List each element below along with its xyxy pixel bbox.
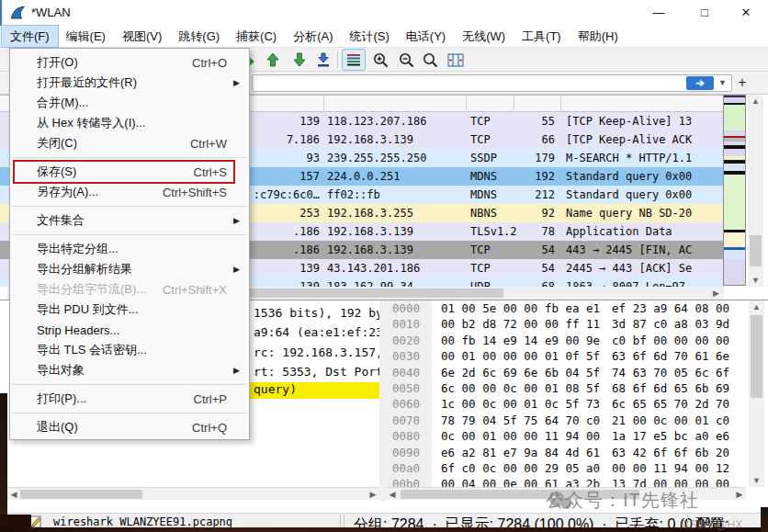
toolbar-separator	[337, 51, 338, 68]
details-hscrollbar[interactable]: ◀ ▶	[7, 487, 379, 500]
menu-item[interactable]	[10, 202, 249, 210]
hex-row[interactable]: 0080 0c 00 01 00 00 11 94 00 1a 17 e5 bc…	[386, 428, 749, 444]
window-title: *WLAN	[31, 6, 71, 19]
hex-row[interactable]: 0070 78 79 04 5f 75 64 70 c0 21 00 0c 00…	[386, 413, 749, 428]
hex-row[interactable]: 0000 01 00 5e 00 00 fb ea e1 ef 23 a9 64…	[386, 300, 749, 316]
hex-row[interactable]: 0040 6e 2d 6c 69 6e 6b 04 5f 74 63 70 05…	[386, 365, 749, 380]
scroll-right-icon[interactable]: ▶	[708, 287, 724, 300]
hex-row[interactable]: 0050 6c 00 00 0c 00 01 08 5f 68 6f 6d 65…	[386, 380, 749, 396]
hex-dump-pane: 0000 01 00 5e 00 00 fb ea e1 ef 23 a9 64…	[386, 300, 749, 487]
detail-line[interactable]: a9:64 (ea:e1:ef:23	[254, 325, 379, 339]
go-to-bottom-icon[interactable]	[312, 50, 334, 70]
scroll-left-icon[interactable]: ◀	[7, 488, 20, 501]
scroll-up-icon[interactable]: ▲	[749, 300, 764, 313]
column-divider[interactable]	[560, 95, 561, 112]
packet-list-vscrollbar[interactable]: ▲ ▼	[748, 95, 763, 287]
column-divider[interactable]	[514, 95, 514, 112]
menubar-item[interactable]: 文件(F)	[2, 26, 58, 47]
file-menu-dropdown: 打开(O) Ctrl+O 打开最近的文件(R) ▶ 合并(M)... 从 Hex…	[9, 48, 250, 440]
scroll-right-icon[interactable]: ▶	[367, 488, 379, 501]
menu-item[interactable]	[10, 380, 249, 389]
menubar-item[interactable]: 统计(S)	[341, 26, 397, 47]
menubar-item[interactable]: 视图(V)	[114, 26, 170, 47]
menu-item[interactable]: 打印(P)... Ctrl+P	[10, 389, 249, 409]
zoom-in-icon[interactable]	[369, 50, 391, 70]
hex-row[interactable]: 00b0 00 04 00 0e 00 61 a3 2b 13 7d 00 00…	[386, 476, 749, 487]
menu-item[interactable]: 导出特定分组...	[10, 239, 249, 259]
previous-packet-icon[interactable]	[262, 50, 284, 70]
desktop-background	[0, 393, 7, 518]
scroll-down-icon[interactable]: ▼	[748, 274, 763, 287]
detail-line[interactable]: rt: 5353, Dst Port	[254, 365, 379, 379]
colorize-packets-icon[interactable]	[343, 50, 365, 70]
menu-item[interactable]: 保存(S) Ctrl+S	[10, 162, 249, 182]
close-button[interactable]: ✕	[726, 0, 766, 26]
hex-row[interactable]: 0010 00 b2 d8 72 00 00 ff 11 3d 87 c0 a8…	[386, 316, 749, 332]
menubar-item[interactable]: 电话(Y)	[398, 26, 454, 47]
menu-item[interactable]	[10, 231, 249, 239]
wireshark-window: *WLAN — □ ✕ 文件(F)编辑(E)视图(V)跳转(G)捕获(C)分析(…	[0, 0, 768, 532]
menu-item[interactable]: Strip Headers...	[10, 320, 249, 340]
packet-list-minimap[interactable]	[723, 95, 746, 286]
scroll-down-icon[interactable]: ▼	[749, 474, 764, 487]
statusbar-divider	[340, 515, 341, 528]
capture-filename: wireshark_WLANZYEE91.pcapng	[53, 515, 232, 528]
menubar-item[interactable]: 分析(A)	[285, 26, 341, 47]
statusbar-divider	[344, 515, 344, 528]
minimize-button[interactable]: —	[638, 0, 679, 26]
watermark-wechat: 公众号：IT先锋社	[546, 488, 699, 513]
hex-row[interactable]: 00a0 6f c0 0c 00 00 29 05 a0 00 00 11 94…	[386, 460, 749, 476]
scroll-up-icon[interactable]: ▲	[748, 95, 763, 108]
zoom-original-icon[interactable]	[419, 50, 441, 70]
menu-item[interactable]: 导出分组解析结果 ▶	[10, 259, 249, 279]
maximize-button[interactable]: □	[684, 0, 725, 26]
resize-columns-icon[interactable]	[445, 50, 467, 70]
detail-line[interactable]: rc: 192.168.3.157,	[254, 345, 379, 359]
menu-item[interactable]: 关闭(C) Ctrl+W	[10, 133, 249, 153]
detail-line[interactable]: 1536 bits), 192 by	[254, 306, 379, 320]
next-packet-icon[interactable]	[288, 50, 311, 70]
menubar-item[interactable]: 帮助(H)	[570, 26, 627, 47]
zoom-out-icon[interactable]	[395, 50, 417, 70]
desktop-background	[0, 527, 768, 532]
menu-item[interactable]: 从 Hex 转储导入(I)...	[10, 113, 249, 133]
hex-row[interactable]: 0030 00 01 00 00 00 01 0f 5f 63 6f 6d 70…	[386, 348, 749, 364]
menu-item[interactable]: 导出分组字节流(B)... Ctrl+Shift+X	[10, 279, 249, 300]
add-filter-button[interactable]: +	[734, 74, 751, 92]
menubar-item[interactable]: 跳转(G)	[170, 26, 228, 47]
wireshark-logo-icon	[10, 6, 26, 21]
scroll-left-icon[interactable]: ◀	[386, 488, 399, 501]
menubar-item[interactable]: 捕获(C)	[228, 26, 285, 47]
menu-item[interactable]: 另存为(A)... Ctrl+Shift+S	[10, 182, 249, 202]
menu-item[interactable]: 打开最近的文件(R) ▶	[10, 73, 249, 93]
column-divider[interactable]	[466, 95, 467, 112]
apply-filter-button[interactable]: ➔	[686, 76, 714, 90]
menu-item[interactable]: 打开(O) Ctrl+O	[10, 52, 249, 73]
pane-splitter[interactable]	[379, 300, 386, 501]
filter-dropdown-caret-icon[interactable]: ▼	[716, 76, 729, 90]
hex-row[interactable]: 0090 e6 a2 81 e7 9a 84 4d 61 63 42 6f 6f…	[386, 445, 749, 460]
desktop-background	[761, 507, 768, 532]
scrollbar-thumb[interactable]	[750, 235, 762, 266]
menu-item[interactable]: 文件集合 ▶	[10, 210, 249, 231]
scroll-right-icon[interactable]: ▶	[733, 488, 746, 501]
menu-item[interactable]	[10, 409, 249, 417]
column-divider[interactable]	[323, 95, 324, 112]
menu-item[interactable]: 合并(M)...	[10, 93, 249, 113]
menubar-item[interactable]: 编辑(E)	[58, 26, 114, 47]
hex-vscrollbar[interactable]: ▲ ▼	[749, 300, 764, 487]
menu-item[interactable]: 导出 TLS 会话密钥...	[10, 340, 249, 360]
menu-item[interactable]: 退出(Q) Ctrl+Q	[10, 417, 249, 437]
scrollbar-thumb[interactable]	[751, 315, 762, 398]
display-filter-input[interactable]	[252, 74, 732, 92]
menu-bar: 文件(F)编辑(E)视图(V)跳转(G)捕获(C)分析(A)统计(S)电话(Y)…	[0, 26, 768, 48]
watermark-csdn: CSDN @HX	[682, 518, 742, 531]
menu-item[interactable]: 导出 PDU 到文件...	[10, 300, 249, 320]
hex-row[interactable]: 0020 00 fb 14 e9 14 e9 00 9e c0 bf 00 00…	[386, 333, 749, 348]
menubar-item[interactable]: 工具(T)	[514, 26, 570, 47]
hex-row[interactable]: 0060 1c 00 0c 00 01 0c 5f 73 6c 65 65 70…	[386, 396, 749, 412]
menu-item[interactable]: 导出对象 ▶	[10, 360, 249, 380]
menubar-item[interactable]: 无线(W)	[454, 26, 514, 47]
title-bar: *WLAN — □ ✕	[0, 0, 768, 26]
scrollbar-thumb[interactable]	[20, 490, 142, 499]
